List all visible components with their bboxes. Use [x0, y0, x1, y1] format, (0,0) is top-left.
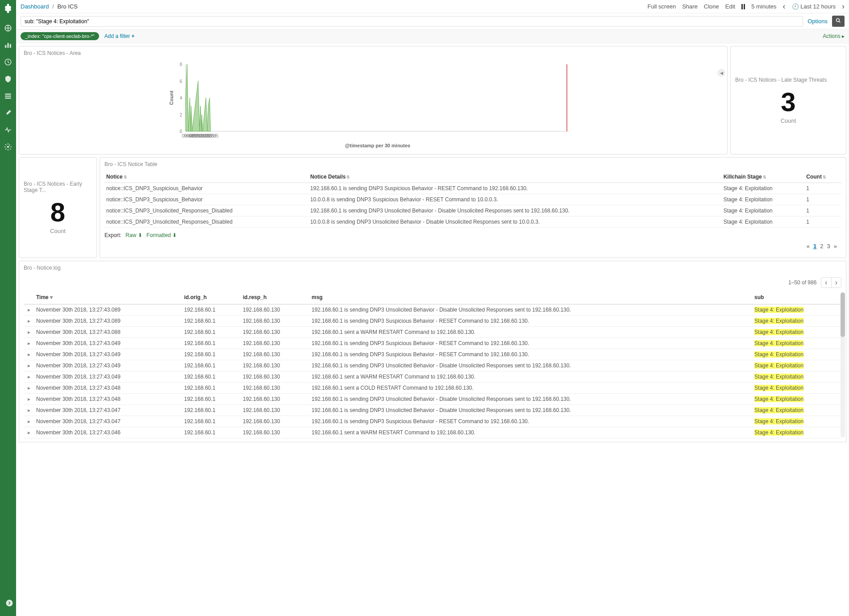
log-row: ▸November 30th 2018, 13:27:43.046192.168…: [24, 427, 841, 438]
add-filter-button[interactable]: Add a filter +: [104, 33, 135, 39]
log-prev-icon[interactable]: ‹: [821, 278, 831, 287]
panel-title: Bro - Notice.log: [24, 265, 841, 271]
app-logo: [2, 3, 14, 15]
timelion-icon[interactable]: [4, 58, 12, 66]
search-button[interactable]: [832, 16, 845, 27]
export-row: Export: Raw ⬇ Formatted ⬇: [104, 232, 841, 238]
metric-value: 3: [781, 87, 795, 117]
log-row: ▸November 30th 2018, 13:27:43.049192.168…: [24, 338, 841, 349]
breadcrumb-root[interactable]: Dashboard: [21, 3, 49, 10]
time-prev-icon[interactable]: ‹: [783, 2, 786, 11]
expand-row-icon[interactable]: ▸: [24, 360, 34, 371]
log-row: ▸November 30th 2018, 13:27:43.049192.168…: [24, 349, 841, 360]
export-formatted[interactable]: Formatted ⬇: [146, 232, 177, 238]
breadcrumb: Dashboard / Bro ICS: [21, 3, 78, 10]
svg-point-10: [837, 19, 840, 22]
late-threats-panel: Bro - ICS Notices - Late Stage Threats 3…: [730, 46, 846, 154]
expand-row-icon[interactable]: ▸: [24, 371, 34, 383]
expand-row-icon[interactable]: ▸: [24, 405, 34, 416]
discover-icon[interactable]: [4, 24, 12, 32]
filterbar: _index: "cps-client-seclab-bro-*" Add a …: [16, 29, 849, 43]
svg-text:Count: Count: [169, 91, 174, 105]
notice-table-panel: Bro - ICS Notice Table Notice⇅Notice Det…: [100, 157, 846, 258]
metric-label: Count: [50, 228, 66, 234]
chart-legend-toggle-icon[interactable]: ◂: [717, 69, 725, 77]
expand-row-icon[interactable]: ▸: [24, 304, 34, 316]
pager-prev[interactable]: «: [807, 243, 810, 250]
expand-row-icon[interactable]: ▸: [24, 416, 34, 427]
time-next-icon[interactable]: ›: [842, 2, 845, 11]
svg-point-8: [7, 146, 9, 148]
list-icon[interactable]: [4, 92, 12, 100]
svg-point-9: [6, 600, 13, 607]
log-header[interactable]: msg: [310, 291, 753, 304]
log-header[interactable]: id.orig_h: [182, 291, 241, 304]
panel-title: Bro - ICS Notices - Early Stage T...: [24, 181, 92, 193]
table-header[interactable]: Count⇅: [804, 171, 841, 183]
expand-row-icon[interactable]: ▸: [24, 316, 34, 327]
log-header[interactable]: sub: [753, 291, 841, 304]
log-row: ▸November 30th 2018, 13:27:43.089192.168…: [24, 316, 841, 327]
log-row: ▸November 30th 2018, 13:27:43.047192.168…: [24, 416, 841, 427]
table-header[interactable]: Notice Details⇅: [308, 171, 722, 183]
pager-page[interactable]: 3: [827, 243, 830, 250]
devtools-icon[interactable]: [4, 109, 12, 117]
panel-title: Bro - ICS Notices - Area: [24, 50, 723, 56]
svg-text:4: 4: [179, 96, 182, 100]
search-input[interactable]: [21, 16, 803, 27]
area-chart: 0246809:4009:4509:5009:5510:0010:0510:10…: [24, 60, 723, 149]
svg-rect-2: [8, 43, 9, 48]
log-row: ▸November 30th 2018, 13:27:43.088192.168…: [24, 327, 841, 338]
metric-label: Count: [781, 117, 796, 124]
pager-next[interactable]: »: [834, 243, 837, 250]
expand-row-icon[interactable]: ▸: [24, 427, 34, 438]
log-header[interactable]: id.resp_h: [241, 291, 310, 304]
fullscreen-button[interactable]: Full screen: [648, 3, 676, 10]
table-row: notice::ICS_DNP3_Suspicious_Behavior192.…: [104, 183, 841, 194]
expand-row-icon[interactable]: ▸: [24, 338, 34, 349]
early-threats-panel: Bro - ICS Notices - Early Stage T... 8 C…: [19, 157, 97, 258]
expand-row-icon[interactable]: ▸: [24, 349, 34, 360]
panel-title: Bro - ICS Notices - Late Stage Threats: [735, 77, 827, 83]
svg-text:8: 8: [179, 62, 182, 67]
svg-text:6: 6: [179, 79, 182, 84]
log-row: ▸November 30th 2018, 13:27:43.049192.168…: [24, 360, 841, 371]
log-next-icon[interactable]: ›: [832, 278, 841, 287]
clone-button[interactable]: Clone: [704, 3, 719, 10]
scrollbar[interactable]: [841, 292, 845, 437]
expand-row-icon[interactable]: ▸: [24, 383, 34, 394]
table-header[interactable]: Killchain Stage⇅: [722, 171, 805, 183]
time-range[interactable]: 🕘 Last 12 hours: [792, 3, 836, 10]
log-table: Time ▾id.orig_hid.resp_hmsgsub▸November …: [24, 291, 841, 438]
collapse-sidebar-icon[interactable]: [5, 599, 13, 607]
management-icon[interactable]: [4, 143, 12, 151]
area-chart-panel: Bro - ICS Notices - Area ◂ 0246809:4009:…: [19, 46, 728, 154]
share-button[interactable]: Share: [682, 3, 698, 10]
refresh-interval[interactable]: 5 minutes: [751, 3, 776, 10]
svg-text:@timestamp per 30 minutes: @timestamp per 30 minutes: [345, 143, 410, 148]
export-raw[interactable]: Raw ⬇: [125, 232, 142, 238]
log-header[interactable]: Time ▾: [34, 291, 182, 304]
expand-row-icon[interactable]: ▸: [24, 394, 34, 405]
svg-rect-5: [5, 94, 11, 95]
monitoring-icon[interactable]: [4, 126, 12, 134]
pager-page[interactable]: 2: [820, 243, 823, 250]
table-row: notice::ICS_DNP3_Unsolicited_Responses_D…: [104, 216, 841, 228]
security-icon[interactable]: [4, 75, 12, 83]
log-row: ▸November 30th 2018, 13:27:43.048192.168…: [24, 383, 841, 394]
table-row: notice::ICS_DNP3_Unsolicited_Responses_D…: [104, 205, 841, 216]
pager-page[interactable]: 1: [813, 243, 816, 250]
topbar: Dashboard / Bro ICS Full screen Share Cl…: [16, 0, 849, 13]
table-header[interactable]: Notice⇅: [104, 171, 308, 183]
log-row: ▸November 30th 2018, 13:27:43.048192.168…: [24, 394, 841, 405]
log-row: ▸November 30th 2018, 13:27:43.089192.168…: [24, 304, 841, 316]
visualize-icon[interactable]: [4, 41, 12, 49]
expand-row-icon[interactable]: ▸: [24, 327, 34, 338]
filter-actions[interactable]: Actions ▸: [823, 33, 845, 39]
pause-icon[interactable]: [741, 4, 745, 9]
log-range: 1–50 of 986: [788, 279, 816, 286]
log-row: ▸November 30th 2018, 13:27:43.047192.168…: [24, 405, 841, 416]
search-options[interactable]: Options: [803, 18, 832, 25]
filter-pill[interactable]: _index: "cps-client-seclab-bro-*": [21, 32, 99, 40]
edit-button[interactable]: Edit: [725, 3, 735, 10]
